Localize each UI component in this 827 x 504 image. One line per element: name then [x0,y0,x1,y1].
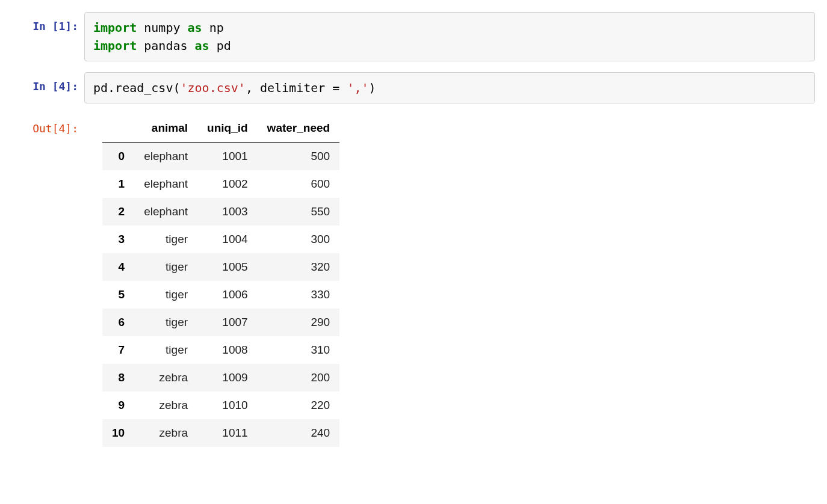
notebook-cell-output: Out[4]: animal uniq_id water_need 0eleph… [0,114,827,447]
table-row: 10zebra1011240 [102,419,339,447]
row-index: 4 [102,253,134,281]
row-index: 2 [102,198,134,226]
input-prompt: In [1]: [0,12,84,34]
table-cell: tiger [134,309,197,336]
code-input[interactable]: import numpy as np import pandas as pd [84,12,815,61]
table-cell: 1001 [197,143,258,171]
code-text: np [202,20,224,35]
keyword: as [188,20,202,35]
code-text: , delimiter = [246,81,347,95]
table-cell: tiger [134,336,197,364]
table-cell: 500 [258,143,340,171]
output-area: animal uniq_id water_need 0elephant10015… [84,114,815,447]
table-row: 8zebra1009200 [102,364,339,392]
table-cell: 310 [258,336,340,364]
string-literal: 'zoo.csv' [181,81,246,95]
table-cell: 290 [258,309,340,336]
table-cell: 1010 [197,392,258,419]
code-text: ) [369,81,376,95]
code-text: numpy [137,20,187,35]
table-cell: tiger [134,226,197,253]
table-cell: 600 [258,170,340,198]
table-cell: tiger [134,253,197,281]
notebook-cell: In [4]: pd.read_csv('zoo.csv', delimiter… [0,72,827,103]
table-cell: zebra [134,392,197,419]
table-cell: 1008 [197,336,258,364]
notebook-cell: In [1]: import numpy as np import pandas… [0,12,827,61]
row-index: 9 [102,392,134,419]
code-input[interactable]: pd.read_csv('zoo.csv', delimiter = ',') [84,72,815,103]
table-row: 1elephant1002600 [102,170,339,198]
table-cell: 200 [258,364,340,392]
table-cell: elephant [134,143,197,171]
table-cell: 300 [258,226,340,253]
table-cell: zebra [134,419,197,447]
code-text: pandas [137,38,194,53]
code-text: pd.read_csv( [93,81,181,95]
row-index: 6 [102,309,134,336]
table-row: 3tiger1004300 [102,226,339,253]
table-cell: 1004 [197,226,258,253]
keyword: import [93,38,137,53]
table-cell: tiger [134,281,197,309]
table-cell: zebra [134,364,197,392]
string-literal: ',' [347,81,368,95]
row-index: 1 [102,170,134,198]
table-cell: 240 [258,419,340,447]
table-cell: elephant [134,198,197,226]
row-index: 7 [102,336,134,364]
table-row: 5tiger1006330 [102,281,339,309]
column-header: water_need [258,114,340,143]
table-cell: 550 [258,198,340,226]
table-cell: 330 [258,281,340,309]
table-row: 9zebra1010220 [102,392,339,419]
table-cell: elephant [134,170,197,198]
table-cell: 1007 [197,309,258,336]
table-cell: 220 [258,392,340,419]
table-row: 4tiger1005320 [102,253,339,281]
table-cell: 1003 [197,198,258,226]
row-index: 8 [102,364,134,392]
code-text: pd [209,38,231,53]
table-corner [102,114,134,143]
keyword: import [93,20,137,35]
table-cell: 320 [258,253,340,281]
column-header: animal [134,114,197,143]
table-row: 2elephant1003550 [102,198,339,226]
table-cell: 1005 [197,253,258,281]
column-header: uniq_id [197,114,258,143]
table-cell: 1011 [197,419,258,447]
table-cell: 1002 [197,170,258,198]
table-row: 6tiger1007290 [102,309,339,336]
keyword: as [195,38,209,53]
input-prompt: In [4]: [0,72,84,94]
table-cell: 1009 [197,364,258,392]
row-index: 3 [102,226,134,253]
row-index: 5 [102,281,134,309]
row-index: 10 [102,419,134,447]
dataframe-table: animal uniq_id water_need 0elephant10015… [102,114,339,447]
table-row: 7tiger1008310 [102,336,339,364]
table-row: 0elephant1001500 [102,143,339,171]
table-cell: 1006 [197,281,258,309]
row-index: 0 [102,143,134,171]
output-prompt: Out[4]: [0,114,84,137]
